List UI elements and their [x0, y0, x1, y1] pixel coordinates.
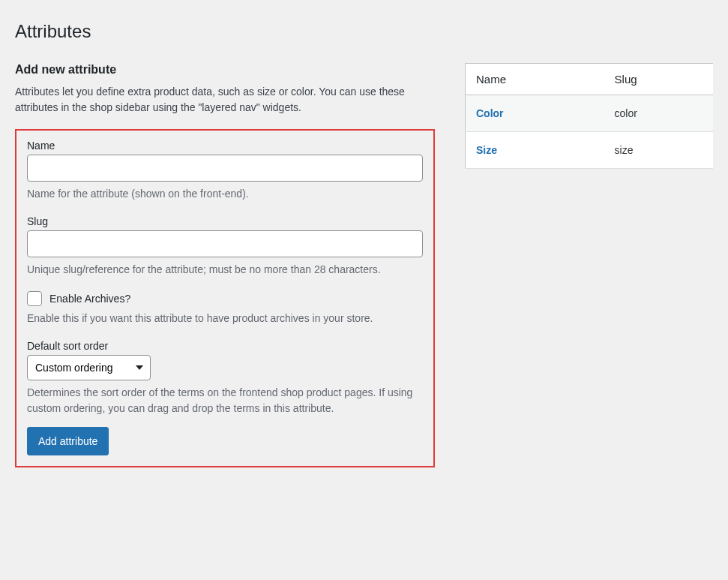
add-attribute-form: Name Name for the attribute (shown on th… — [15, 129, 435, 467]
attribute-name-link[interactable]: Size — [476, 144, 497, 156]
form-heading: Add new attribute — [15, 63, 435, 77]
archives-description: Enable this if you want this attribute t… — [27, 311, 423, 326]
page-title: Attributes — [15, 15, 713, 42]
sort-order-label: Default sort order — [27, 340, 423, 352]
name-field-group: Name Name for the attribute (shown on th… — [27, 140, 423, 202]
attribute-slug-cell: color — [604, 95, 713, 132]
slug-field-group: Slug Unique slug/reference for the attri… — [27, 215, 423, 278]
table-row: Size size — [466, 132, 714, 169]
attributes-list-column: Name Slug Color color Size size — [465, 63, 713, 467]
name-description: Name for the attribute (shown on the fro… — [27, 186, 423, 202]
table-header-slug: Slug — [604, 64, 713, 95]
table-header-name: Name — [466, 64, 604, 95]
attribute-name-link[interactable]: Color — [476, 107, 504, 119]
enable-archives-checkbox[interactable] — [27, 291, 42, 306]
name-label: Name — [27, 140, 423, 152]
form-intro: Attributes let you define extra product … — [15, 84, 435, 116]
name-input[interactable] — [27, 155, 423, 182]
slug-label: Slug — [27, 215, 423, 227]
sort-order-description: Determines the sort order of the terms o… — [27, 385, 423, 416]
attribute-slug-cell: size — [604, 132, 713, 169]
attributes-table: Name Slug Color color Size size — [465, 63, 713, 169]
slug-description: Unique slug/reference for the attribute;… — [27, 262, 423, 278]
table-row: Color color — [466, 95, 714, 132]
add-attribute-button[interactable]: Add attribute — [27, 427, 109, 455]
sort-order-field-group: Default sort order Custom ordering Deter… — [27, 340, 423, 416]
add-attribute-column: Add new attribute Attributes let you def… — [15, 63, 435, 467]
slug-input[interactable] — [27, 230, 423, 257]
enable-archives-label[interactable]: Enable Archives? — [49, 293, 130, 305]
archives-field-group: Enable Archives? Enable this if you want… — [27, 291, 423, 326]
sort-order-select[interactable]: Custom ordering — [27, 355, 151, 380]
